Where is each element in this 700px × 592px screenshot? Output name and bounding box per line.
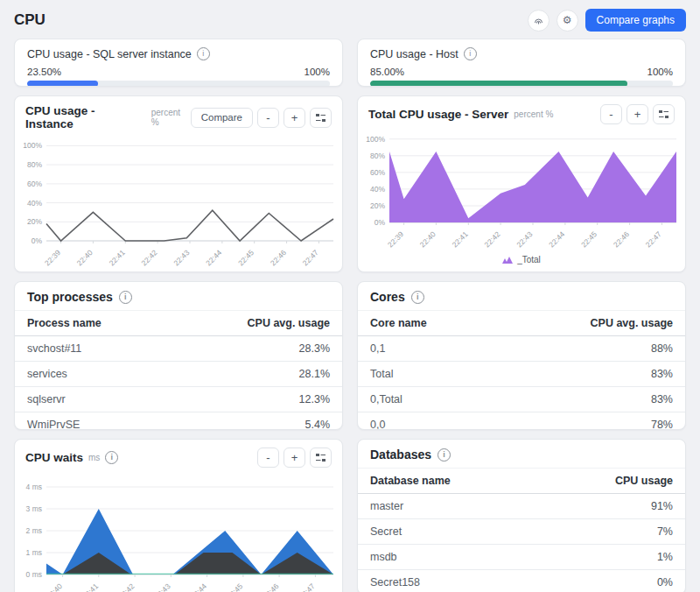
cores-table: Core nameCPU avg. usage0,188%Total83%0,T…: [358, 311, 685, 430]
info-icon[interactable]: i: [197, 47, 210, 60]
svg-text:22:40: 22:40: [45, 581, 64, 592]
table-row[interactable]: Total83%: [358, 362, 685, 387]
cell-name: msdb: [358, 545, 542, 570]
instance-usage-chart[interactable]: 0%20%40%60%80%100%22:3922:4022:4122:4222…: [17, 134, 342, 271]
chart-body: 0 ms1 ms2 ms3 ms4 ms22:4022:4122:4222:43…: [15, 469, 342, 592]
cell-name: WmiPrvSE: [15, 412, 172, 431]
svg-text:22:44: 22:44: [204, 248, 223, 267]
table-title: Top processes i: [15, 282, 342, 311]
info-icon[interactable]: i: [411, 291, 424, 304]
header-actions: ⚙ Compare graphs: [528, 9, 686, 32]
cell-value: 83%: [499, 362, 685, 387]
column-header: Core name: [358, 311, 499, 336]
cell-name: 0,Total: [358, 387, 499, 412]
svg-text:20%: 20%: [370, 201, 385, 210]
fingerprint-button[interactable]: [528, 10, 550, 32]
table-row[interactable]: 0,078%: [358, 412, 685, 431]
gauge-title: CPU usage - Host i: [370, 47, 673, 60]
cell-name: Secret158: [358, 570, 542, 592]
gauge-title: CPU usage - SQL server instance i: [27, 47, 330, 60]
gauge-card-sql-instance: CPU usage - SQL server instance i 23.50%…: [14, 39, 343, 87]
databases-card: Databases i Database nameCPU usagemaster…: [357, 439, 686, 592]
svg-text:22:46: 22:46: [612, 229, 631, 249]
cpu-waits-chart[interactable]: 0 ms1 ms2 ms3 ms4 ms22:4022:4122:4222:43…: [17, 471, 342, 592]
chart-options-button[interactable]: [310, 108, 332, 128]
cpu-dashboard-page: CPU ⚙ Compare graphs CPU usage - SQL ser…: [0, 0, 700, 592]
top-processes-table: Process nameCPU avg. usagesvchost#1128.3…: [15, 311, 342, 430]
svg-text:22:46: 22:46: [269, 248, 288, 267]
svg-text:0 ms: 0 ms: [26, 570, 42, 579]
top-processes-card: Top processes i Process nameCPU avg. usa…: [14, 281, 343, 430]
chart-header: CPU usage - Instance percent % Compare -…: [15, 96, 342, 132]
svg-text:22:41: 22:41: [108, 248, 127, 267]
table-row[interactable]: WmiPrvSE5.4%: [15, 412, 342, 431]
table-row[interactable]: msdb1%: [358, 545, 685, 570]
zoom-in-button[interactable]: +: [284, 108, 305, 128]
svg-text:22:43: 22:43: [514, 229, 534, 249]
table-row[interactable]: sqlservr12.3%: [15, 387, 342, 412]
zoom-out-button[interactable]: -: [257, 448, 279, 468]
svg-text:100%: 100%: [23, 141, 42, 150]
cell-value: 7%: [542, 519, 686, 545]
compare-button[interactable]: Compare: [191, 108, 253, 128]
table-row[interactable]: Secret7%: [358, 519, 685, 545]
svg-text:0%: 0%: [32, 236, 43, 245]
settings-button[interactable]: ⚙: [556, 10, 578, 32]
cell-name: services: [15, 362, 172, 387]
svg-text:20%: 20%: [27, 217, 42, 226]
zoom-in-button[interactable]: +: [626, 104, 648, 124]
svg-text:1 ms: 1 ms: [26, 548, 42, 557]
compare-graphs-button[interactable]: Compare graphs: [585, 9, 686, 32]
table-row[interactable]: 0,Total83%: [358, 387, 685, 412]
table-row[interactable]: svchost#1128.3%: [15, 336, 342, 362]
info-icon[interactable]: i: [464, 47, 477, 60]
svg-text:22:41: 22:41: [80, 581, 100, 592]
gauge-values: 85.00% 100%: [370, 67, 673, 77]
column-header: Process name: [15, 311, 172, 336]
info-icon[interactable]: i: [119, 291, 132, 304]
charts-row: CPU usage - Instance percent % Compare -…: [14, 95, 686, 272]
table-title-text: Cores: [370, 290, 405, 304]
info-icon[interactable]: i: [105, 451, 118, 464]
cell-value: 0%: [542, 570, 686, 592]
cores-card: Cores i Core nameCPU avg. usage0,188%Tot…: [357, 281, 686, 430]
chart-controls: - +: [257, 448, 332, 468]
svg-text:22:42: 22:42: [139, 248, 158, 267]
cell-value: 28.3%: [172, 336, 342, 362]
zoom-out-button[interactable]: -: [600, 104, 622, 124]
cell-value: 12.3%: [172, 387, 342, 412]
fingerprint-icon: [533, 15, 544, 26]
table-row[interactable]: master91%: [358, 494, 685, 519]
chart-body: 0%20%40%60%80%100%22:3922:4022:4122:4222…: [15, 132, 342, 271]
legend-label: _Total: [517, 255, 541, 264]
svg-text:22:45: 22:45: [236, 248, 256, 267]
gauge-card-host: CPU usage - Host i 85.00% 100%: [357, 39, 686, 87]
svg-text:2 ms: 2 ms: [26, 526, 42, 535]
svg-text:22:39: 22:39: [43, 248, 62, 267]
cell-value: 78%: [499, 412, 685, 431]
zoom-out-button[interactable]: -: [257, 108, 279, 128]
table-row[interactable]: services28.1%: [15, 362, 342, 387]
column-header: CPU avg. usage: [499, 311, 685, 336]
databases-table: Database nameCPU usagemaster91%Secret7%m…: [358, 469, 685, 592]
server-usage-chart[interactable]: 0%20%40%60%80%100%22:3922:4022:4122:4222…: [360, 128, 685, 252]
chart-controls: - +: [600, 104, 675, 124]
svg-text:22:47: 22:47: [298, 581, 317, 592]
cell-value: 5.4%: [172, 412, 342, 431]
tune-icon: [659, 109, 668, 119]
chart-header: Total CPU usage - Server percent % - +: [358, 96, 685, 126]
table-row[interactable]: 0,188%: [358, 336, 685, 362]
svg-text:22:42: 22:42: [482, 229, 501, 249]
cell-value: 91%: [542, 494, 686, 519]
svg-text:22:47: 22:47: [301, 248, 320, 267]
chart-title: CPU usage - Instance percent %: [25, 104, 191, 130]
zoom-in-button[interactable]: +: [284, 448, 305, 468]
chart-options-button[interactable]: [653, 104, 675, 124]
chart-title: CPU waits ms i: [25, 451, 118, 464]
table-row[interactable]: Secret1580%: [358, 570, 685, 592]
info-icon[interactable]: i: [438, 448, 451, 462]
svg-text:22:43: 22:43: [153, 581, 172, 592]
chart-options-button[interactable]: [310, 448, 332, 468]
chart-unit: percent %: [514, 109, 553, 119]
chart-legend[interactable]: _Total: [360, 252, 683, 266]
